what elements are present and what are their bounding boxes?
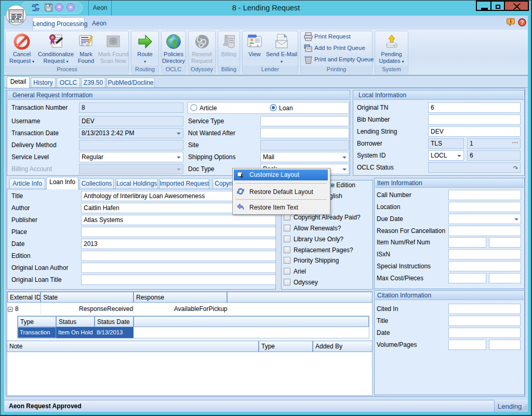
svg-text:?: ? bbox=[520, 19, 524, 25]
